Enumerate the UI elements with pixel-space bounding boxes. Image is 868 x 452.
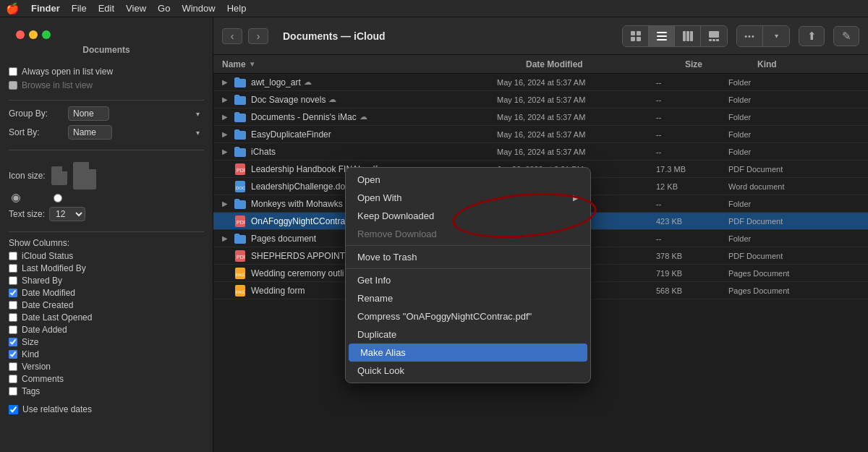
doc-icon: DOC [234, 180, 247, 193]
context-menu-item-move-to-trash[interactable]: Move to Trash [346, 248, 590, 266]
back-button[interactable]: ‹ [222, 28, 242, 44]
context-menu-item-keep-downloaded[interactable]: Keep Downloaded [346, 207, 590, 225]
column-checkbox-row: Date Modified [9, 288, 204, 298]
date-column-header[interactable]: Date Modified [526, 59, 685, 69]
file-row[interactable]: ▶iChatsMay 16, 2024 at 5:37 AM--Folder [213, 143, 868, 161]
column-checkbox-row: Kind [9, 349, 204, 359]
file-size: -- [656, 234, 728, 243]
sort-by-select[interactable]: Name [68, 125, 112, 140]
share-button[interactable]: ⬆ [799, 26, 825, 46]
group-by-select[interactable]: None [68, 106, 109, 121]
always-open-checkbox[interactable] [9, 67, 17, 76]
context-menu-item-get-info[interactable]: Get Info [346, 271, 590, 289]
context-menu-item-quick-look[interactable]: Quick Look [346, 362, 590, 380]
file-name: ▶awt_logo_art☁ [222, 76, 497, 89]
show-columns-label: Show Columns: [9, 238, 204, 248]
minimize-button[interactable] [29, 30, 38, 39]
file-menu[interactable]: File [72, 3, 87, 14]
column-date-created-checkbox[interactable] [9, 301, 17, 310]
size-column-header[interactable]: Size [685, 59, 757, 69]
sort-arrow: ▼ [249, 60, 256, 68]
context-menu-item-label: Remove Download [357, 229, 437, 239]
text-size-row: Text size: 12 11 13 14 [9, 207, 204, 221]
file-date: May 16, 2024 at 5:37 AM [497, 78, 656, 87]
maximize-button[interactable] [42, 30, 51, 39]
column-shared-by-checkbox[interactable] [9, 276, 17, 285]
file-row[interactable]: ▶Documents - Dennis's iMac☁May 16, 2024 … [213, 108, 868, 126]
file-row[interactable]: ▶awt_logo_art☁May 16, 2024 at 5:37 AM--F… [213, 74, 868, 91]
gallery-view-button[interactable] [701, 26, 727, 46]
svg-text:PAG: PAG [236, 273, 245, 277]
cloud-icon: ☁ [328, 95, 336, 104]
file-kind: Folder [728, 78, 859, 87]
apple-menu[interactable]: 🍎 [6, 2, 20, 15]
column-checkbox-row: Size [9, 337, 204, 347]
edit-tags-button[interactable]: ✎ [833, 26, 859, 46]
toolbar: ‹ › Documents — iCloud •• [213, 17, 868, 55]
context-menu-item-open-with[interactable]: Open With▶ [346, 189, 590, 207]
file-kind: Word document [728, 182, 859, 191]
file-row[interactable]: ▶Doc Savage novels☁May 16, 2024 at 5:37 … [213, 91, 868, 108]
traffic-lights [9, 25, 58, 45]
context-menu-item-compress-onafoggynightccontracpdf[interactable]: Compress "OnAFoggyNightCContrac.pdf" [346, 307, 590, 325]
icon-size-large-radio[interactable] [54, 194, 62, 202]
context-menu-item-duplicate[interactable]: Duplicate [346, 325, 590, 344]
finder-menu[interactable]: Finder [31, 3, 60, 14]
context-menu-item-label: Keep Downloaded [357, 210, 434, 221]
icon-size-radio-row [12, 194, 204, 202]
column-last-modified-by-checkbox[interactable] [9, 264, 17, 273]
more-options-button[interactable]: ••• [737, 26, 763, 46]
svg-rect-2 [631, 37, 635, 41]
column-size-checkbox[interactable] [9, 338, 17, 346]
list-view-button[interactable] [649, 26, 675, 46]
column-version-checkbox[interactable] [9, 362, 17, 371]
context-menu-item-remove-download: Remove Download [346, 225, 590, 243]
column-date-added-checkbox[interactable] [9, 325, 17, 334]
file-date: May 16, 2024 at 5:37 AM [497, 130, 656, 139]
file-size: 568 KB [656, 286, 728, 295]
name-column-header[interactable]: Name ▼ [222, 59, 526, 69]
close-button[interactable] [16, 30, 25, 39]
go-menu[interactable]: Go [158, 3, 170, 14]
view-menu[interactable]: View [126, 3, 146, 14]
finder-window: Documents Always open in list view Brows… [0, 17, 868, 452]
column-comments-checkbox[interactable] [9, 375, 17, 383]
file-name: ▶EasyDuplicateFinder [222, 128, 497, 141]
column-tags-checkbox[interactable] [9, 387, 17, 396]
column-checkbox-row: Shared By [9, 276, 204, 286]
context-menu-item-rename[interactable]: Rename [346, 289, 590, 307]
pages-icon: PAG [234, 284, 247, 297]
file-size: -- [656, 78, 728, 87]
more-options-arrow[interactable]: ▾ [763, 26, 789, 46]
group-by-label: Group By: [9, 108, 59, 119]
column-view-button[interactable] [675, 26, 701, 46]
icon-small [51, 166, 67, 185]
column-kind-checkbox[interactable] [9, 350, 17, 359]
svg-text:PAG: PAG [236, 290, 245, 294]
expand-arrow: ▶ [222, 78, 232, 86]
icon-size-small-radio[interactable] [12, 194, 20, 202]
folder-icon [234, 111, 247, 124]
file-size: -- [656, 113, 728, 121]
browse-list-checkbox[interactable] [9, 81, 17, 90]
help-menu[interactable]: Help [227, 3, 247, 14]
pages-icon: PAG [234, 267, 247, 280]
window-menu[interactable]: Window [182, 3, 215, 14]
kind-column-header[interactable]: Kind [757, 59, 859, 69]
icon-view-button[interactable] [623, 26, 649, 46]
use-relative-dates-checkbox[interactable] [9, 405, 18, 414]
edit-menu[interactable]: Edit [98, 3, 114, 14]
forward-button[interactable]: › [248, 28, 268, 44]
file-kind: Pages Document [728, 269, 859, 278]
context-menu-item-open[interactable]: Open [346, 171, 590, 189]
svg-rect-3 [637, 37, 641, 41]
expand-arrow: ▶ [222, 95, 232, 103]
file-row[interactable]: ▶EasyDuplicateFinderMay 16, 2024 at 5:37… [213, 126, 868, 143]
context-menu-item-make-alias[interactable]: Make Alias [349, 344, 587, 362]
text-size-select[interactable]: 12 11 13 14 [49, 207, 85, 221]
column-date-last-opened-checkbox[interactable] [9, 313, 17, 322]
column-icloud-status-checkbox[interactable] [9, 252, 17, 260]
column-date-modified-checkbox[interactable] [9, 289, 17, 297]
file-name-text: LeadershipChallenge.docx [251, 182, 354, 192]
column-label: Kind [22, 349, 39, 359]
